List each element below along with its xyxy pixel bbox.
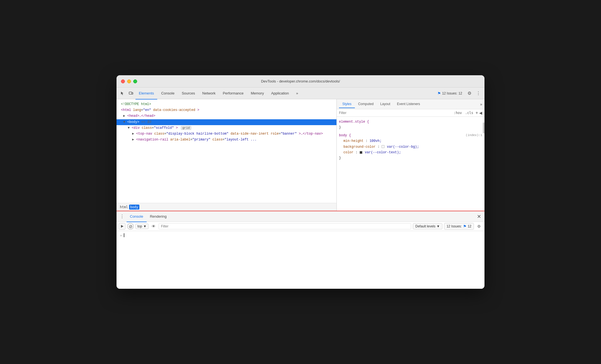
- console-default-levels-button[interactable]: Default levels ▼: [413, 223, 442, 229]
- styles-tab-styles[interactable]: Styles: [339, 100, 355, 108]
- console-execute-icon[interactable]: [119, 223, 125, 230]
- styles-panel: Styles Computed Layout Event Listeners »…: [337, 99, 484, 211]
- elements-panel: <!DOCTYPE html> <html lang="en" data-coo…: [117, 99, 337, 211]
- maximize-button[interactable]: [133, 79, 137, 83]
- drawer-tab-console[interactable]: Console: [127, 212, 147, 222]
- tab-performance[interactable]: Performance: [219, 88, 247, 100]
- console-cursor: [124, 233, 124, 237]
- styles-scrollbar[interactable]: [483, 122, 484, 134]
- styles-tab-bar: Styles Computed Layout Event Listeners »: [337, 99, 484, 109]
- styles-tab-layout[interactable]: Layout: [377, 100, 394, 108]
- tab-network[interactable]: Network: [199, 88, 219, 100]
- issues-badge[interactable]: ⚑ 12 Issues: 12: [435, 90, 464, 97]
- add-style-rule-button[interactable]: +: [476, 110, 478, 115]
- minimize-button[interactable]: [127, 79, 131, 83]
- svg-rect-1: [132, 93, 133, 94]
- console-content[interactable]: ›: [117, 231, 484, 289]
- filter-actions: :hov .cls + ◀: [453, 110, 482, 115]
- styles-tab-computed[interactable]: Computed: [355, 100, 377, 108]
- hov-button[interactable]: :hov: [453, 110, 463, 115]
- console-settings-icon[interactable]: ⚙: [476, 223, 482, 230]
- breadcrumb-bar: html body: [117, 203, 336, 211]
- console-live-expressions-icon[interactable]: 👁: [150, 223, 157, 230]
- styles-panel-toggle[interactable]: ◀: [479, 111, 482, 115]
- settings-icon[interactable]: ⚙: [466, 89, 473, 97]
- tab-memory[interactable]: Memory: [248, 88, 267, 100]
- cls-button[interactable]: .cls: [464, 110, 474, 115]
- svg-rect-0: [129, 92, 132, 94]
- console-filter-input[interactable]: [159, 223, 411, 229]
- html-head-line[interactable]: ▶ <head>…</head>: [117, 113, 336, 119]
- tab-application[interactable]: Application: [268, 88, 292, 100]
- tab-console[interactable]: Console: [158, 88, 178, 100]
- devtools-tab-bar: Elements Console Sources Network Perform…: [117, 88, 484, 99]
- devtools-main: <!DOCTYPE html> <html lang="en" data-coo…: [117, 99, 484, 289]
- styles-filter-bar: :hov .cls + ◀: [337, 109, 484, 117]
- issues-flag-icon: ⚑: [437, 91, 441, 96]
- console-chevron-icon: ›: [120, 233, 122, 237]
- console-block-icon[interactable]: ⊘: [127, 223, 134, 230]
- console-context-selector[interactable]: top ▼: [135, 224, 149, 229]
- console-drawer: ⋮ Console Rendering ✕ ⊘ top: [117, 211, 484, 289]
- styles-content[interactable]: element.style { } body { (index):1 min-h…: [337, 117, 484, 211]
- tab-elements[interactable]: Elements: [135, 88, 157, 100]
- body-style-rule: body { (index):1 min-height : 100vh; bac…: [339, 133, 482, 161]
- tab-sources[interactable]: Sources: [178, 88, 198, 100]
- console-toolbar: ⊘ top ▼ 👁 Default levels ▼ 12 Iss: [117, 222, 484, 231]
- device-toolbar-icon[interactable]: [127, 89, 135, 97]
- styles-tab-more[interactable]: »: [480, 102, 482, 106]
- window-title: DevTools - developer.chrome.com/docs/dev…: [261, 79, 340, 83]
- element-style-rule: element.style { }: [339, 119, 482, 130]
- svg-marker-2: [121, 225, 123, 228]
- elements-content[interactable]: <!DOCTYPE html> <html lang="en" data-coo…: [117, 99, 336, 203]
- console-issues-count-button[interactable]: 12 Issues: ⚑ 12: [444, 223, 474, 230]
- html-navrail-line[interactable]: ▶ <navigation-rail aria-label="primary" …: [117, 137, 326, 143]
- html-body-line[interactable]: ▼ <body> == $0: [117, 119, 336, 125]
- html-element-line[interactable]: <html lang="en" data-cookies-accepted >: [117, 107, 336, 113]
- html-doctype-line[interactable]: <!DOCTYPE html>: [117, 101, 336, 107]
- bg-color-swatch[interactable]: [382, 145, 384, 148]
- drawer-close-button[interactable]: ✕: [476, 213, 482, 220]
- styles-filter-input[interactable]: [339, 111, 450, 115]
- html-topnav-line[interactable]: ▶ <top-nav class="display-block hairline…: [117, 131, 326, 137]
- console-prompt: ›: [120, 233, 124, 237]
- html-scaffold-line[interactable]: ▼ <div class="scaffold" > grid: [117, 125, 336, 131]
- tab-more[interactable]: »: [293, 88, 301, 100]
- drawer-menu-icon[interactable]: ⋮: [119, 213, 125, 220]
- styles-tab-event-listeners[interactable]: Event Listeners: [394, 100, 423, 108]
- breadcrumb-body[interactable]: body: [129, 205, 139, 210]
- close-button[interactable]: [121, 79, 125, 83]
- drawer-tab-rendering[interactable]: Rendering: [147, 212, 170, 222]
- title-bar: DevTools - developer.chrome.com/docs/dev…: [117, 75, 484, 88]
- traffic-lights: [121, 79, 137, 83]
- text-color-swatch[interactable]: [360, 151, 362, 154]
- breadcrumb-html[interactable]: html: [119, 205, 129, 210]
- issues-flag-icon-2: ⚑: [463, 224, 467, 229]
- devtools-window: DevTools - developer.chrome.com/docs/dev…: [117, 75, 484, 289]
- devtools-panels: <!DOCTYPE html> <html lang="en" data-coo…: [117, 99, 484, 211]
- more-options-icon[interactable]: ⋮: [474, 89, 482, 97]
- devtools-actions: ⚑ 12 Issues: 12 ⚙ ⋮: [435, 89, 482, 97]
- inspect-element-icon[interactable]: [119, 89, 127, 97]
- drawer-tab-bar: ⋮ Console Rendering ✕: [117, 211, 484, 222]
